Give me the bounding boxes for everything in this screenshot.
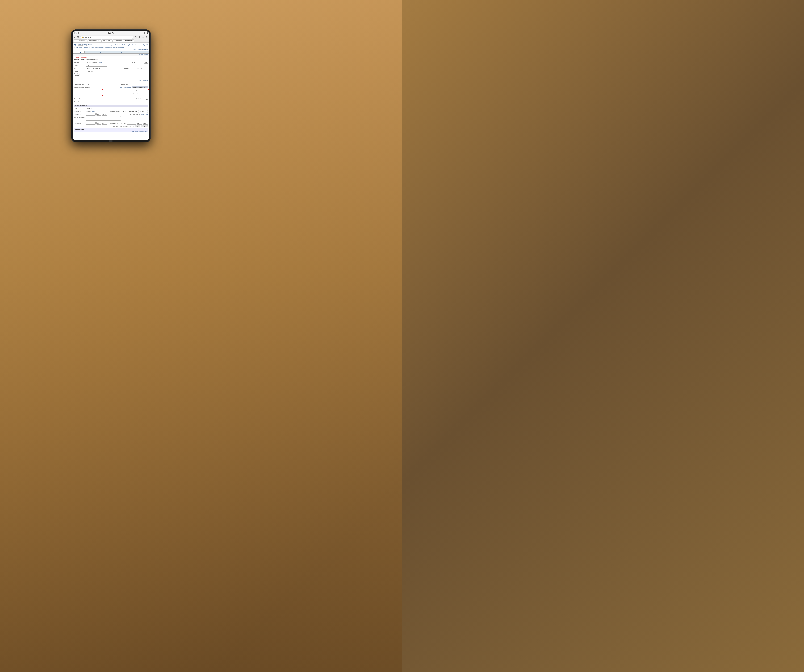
- nav-schedule[interactable]: Schedule: [95, 47, 100, 48]
- find-contact-button[interactable]: FIND A CONTACT: [86, 59, 98, 60]
- asset-clear-link[interactable]: Clear: [145, 114, 148, 115]
- phone-input[interactable]: [86, 95, 102, 97]
- notify-requestor-checkbox[interactable]: [146, 98, 148, 100]
- nav-space[interactable]: Space: [111, 44, 114, 46]
- nav-inventory[interactable]: Inventory: [132, 44, 137, 46]
- send-notifications-select[interactable]: Yes ▼: [122, 110, 128, 113]
- tab-run-report[interactable]: Run Report: [104, 51, 113, 54]
- schedule-row: Schedule For: AM ▼ Requested Completion …: [74, 122, 148, 124]
- tab-create-request[interactable]: Create Request: [123, 39, 134, 42]
- first-name-input[interactable]: [86, 89, 102, 91]
- req-completion-time-input[interactable]: [143, 122, 148, 124]
- auth-remarks-input[interactable]: [132, 83, 148, 85]
- wm-shield-icon: ⚜: [74, 43, 77, 47]
- internal-comments-row: Internal Comments:: [74, 116, 148, 121]
- schedule-date-input[interactable]: [86, 122, 96, 124]
- complete-by-ampm-select[interactable]: AM ▼: [102, 113, 107, 116]
- schedule-time-input[interactable]: [96, 122, 101, 124]
- space-select-box[interactable]: G ▼: [86, 64, 107, 67]
- authorized-select-box[interactable]: No ▼: [87, 83, 94, 85]
- priority-dropdown-arrow: ▼: [94, 71, 95, 72]
- nav-sign-out[interactable]: Sign Out: [143, 44, 148, 46]
- nav-property[interactable]: Property: [119, 47, 124, 48]
- reset-button[interactable]: RESET: [141, 125, 148, 128]
- tab-workloading[interactable]: Workloading: [113, 51, 123, 54]
- nav-work-orders[interactable]: Work Orders: [75, 47, 82, 48]
- complete-by-date-input[interactable]: [86, 113, 96, 116]
- crew-label: Crew:: [74, 108, 85, 109]
- last-name-input[interactable]: [132, 89, 148, 91]
- req-completion-ampm-select[interactable]: AM ▼: [137, 122, 142, 124]
- first-name-wrapper: *: [86, 89, 102, 91]
- tabs-button[interactable]: ⊡: [145, 36, 148, 39]
- tab-create-request-page[interactable]: Create Request: [73, 51, 85, 54]
- site-nav-secondary: ● Work Orders Request Hub Asset Schedule…: [74, 47, 148, 48]
- tab-request-hub[interactable]: Request Hub...: [102, 39, 112, 42]
- sub-type-select-box[interactable]: Select... ▼: [136, 67, 148, 69]
- nav-request-hub-link[interactable]: Request Hub: [83, 47, 90, 48]
- email-input[interactable]: [132, 92, 148, 94]
- property-select-area: CHOOSE PROPERTY Select: [86, 62, 102, 63]
- crew-select-box[interactable]: Select... ▼: [86, 107, 107, 110]
- add-account-group-link[interactable]: Add Another Account Group: [75, 131, 147, 132]
- internal-comments-textarea[interactable]: [86, 116, 121, 121]
- follow-up-select[interactable]: Automatic ▼: [138, 110, 148, 113]
- lock-icon: 🔒: [82, 36, 83, 38]
- tab-login[interactable]: Login - 360Mobile L...: [74, 39, 87, 42]
- ext-cost-input[interactable]: [86, 98, 107, 100]
- sub-type-value: Select...: [136, 68, 141, 69]
- authorized-label: Authorized to Enter?: [74, 83, 85, 85]
- url-bar[interactable]: 🔒 wm.famis.com: [80, 36, 134, 39]
- company-input[interactable]: [86, 92, 107, 94]
- type-select-box[interactable]: Choose a Property First ▼: [86, 67, 105, 69]
- complete-by-time-input[interactable]: [96, 113, 101, 116]
- ok-button[interactable]: OK: [135, 125, 140, 128]
- nav-inspection[interactable]: Inspection: [113, 47, 119, 48]
- describe-textarea[interactable]: [115, 73, 148, 80]
- nav-star-icon: ★: [109, 44, 110, 46]
- nav-admin[interactable]: Admin: [139, 44, 142, 46]
- nav-timecard[interactable]: TimeCard: [131, 49, 136, 50]
- new-tab-button[interactable]: +: [142, 36, 144, 39]
- tablet-home-button[interactable]: [109, 140, 113, 142]
- status-time: 3:22 PM: [108, 32, 114, 34]
- schedule-ampm-select[interactable]: AM ▼: [102, 122, 107, 124]
- complete-by-ampm-arrow: ▼: [105, 114, 106, 115]
- nav-asset[interactable]: Asset: [91, 47, 94, 48]
- share-button[interactable]: ⬆: [138, 36, 141, 39]
- schedule-ampm-arrow: ▼: [105, 123, 106, 124]
- describe-label: Describe your Request:: [74, 73, 85, 76]
- get-default-contact-link[interactable]: Get Default Contact: [120, 87, 131, 88]
- status-right: 46% ▮: [143, 32, 148, 34]
- bookmarks-button[interactable]: ⊟: [76, 36, 80, 39]
- req-completion-date-input[interactable]: [127, 122, 136, 124]
- email-label: E-mail Address:: [120, 92, 131, 93]
- internal-info-header: Internal Information:: [74, 105, 148, 107]
- view-procedure-link[interactable]: View Procedure: [139, 80, 148, 81]
- floor-value: G: [145, 62, 145, 63]
- nav-company[interactable]: Company: [107, 47, 113, 48]
- priority-label: Priority:: [74, 71, 85, 72]
- floor-select-box[interactable]: G ▼: [144, 61, 148, 64]
- nav-bi-dashboard[interactable]: BI Dashboard: [115, 44, 123, 46]
- email-cc-input[interactable]: [86, 101, 107, 103]
- fax-input[interactable]: [132, 95, 148, 97]
- tab-my-requests[interactable]: My Requests: [85, 51, 95, 54]
- property-select-link[interactable]: Select: [99, 62, 102, 63]
- tab-find-request-page[interactable]: Find Request: [95, 51, 105, 54]
- back-button[interactable]: ‹: [74, 36, 76, 39]
- page-content: ⚜ William & Mary CHARTERED 1693 ★ Space …: [73, 43, 149, 141]
- asset-select-link[interactable]: Select: [141, 114, 144, 115]
- last-name-wrapper: *: [132, 89, 148, 91]
- accounts-section: * ACCOUNTS Add Another Account Group: [74, 128, 148, 132]
- priority-select-box[interactable]: 3 - ROUTINE ▼: [86, 70, 100, 72]
- nav-procedures[interactable]: Procedures: [100, 47, 106, 48]
- tab-shopping-cart[interactable]: Shopping Cart - Fin...: [88, 39, 101, 42]
- assigned-select-link[interactable]: Select: [92, 111, 95, 112]
- reload-button[interactable]: ↻: [134, 36, 137, 39]
- nav-account-analytics[interactable]: Account Analytics: [138, 49, 148, 50]
- user-name-link[interactable]: Andrew Gilstrap: [139, 54, 148, 55]
- nav-shopping-cart[interactable]: Shopping Cart: [124, 44, 131, 46]
- tab-find-request[interactable]: Find a Request: [113, 39, 123, 42]
- clear-contact-button[interactable]: CLEAR CONTACT INFO: [132, 86, 148, 88]
